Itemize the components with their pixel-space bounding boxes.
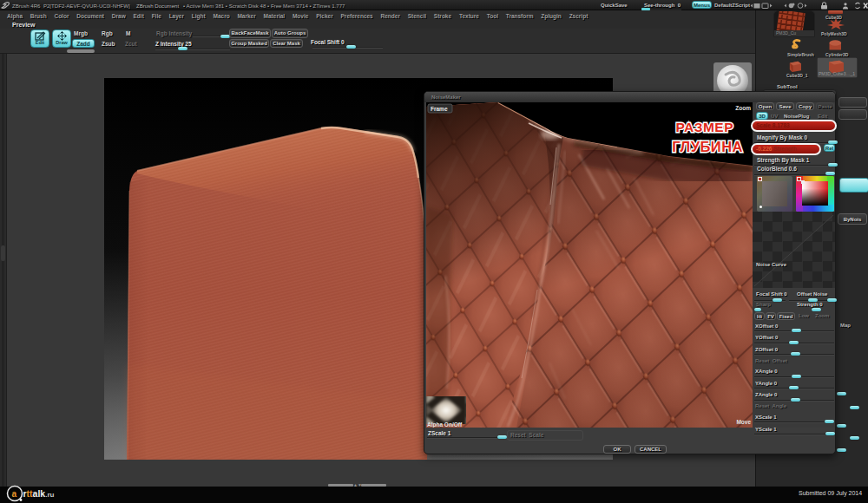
svg-text:Frame: Frame (431, 106, 448, 112)
svg-text:Alpha On/Off: Alpha On/Off (427, 421, 463, 428)
svg-text:Move: Move (736, 419, 751, 425)
svg-text:РАЗМЕР: РАЗМЕР (676, 120, 733, 134)
svg-text:rttalk.ru: rttalk.ru (23, 488, 55, 499)
svg-text:Zoom: Zoom (735, 105, 751, 111)
svg-text:a: a (12, 489, 17, 499)
svg-text:ГЛУБИНА: ГЛУБИНА (672, 139, 743, 154)
